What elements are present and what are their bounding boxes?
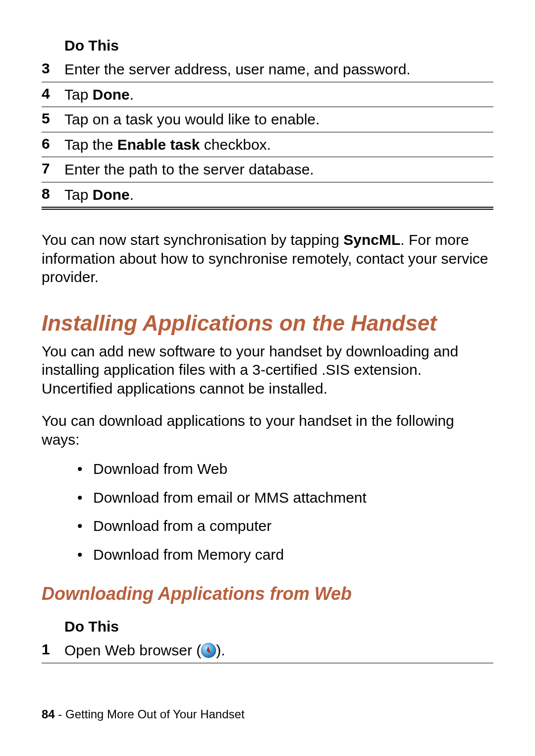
step-text: Tap the Enable task checkbox. <box>64 132 493 157</box>
step-number: 6 <box>42 132 64 157</box>
table-row: 6 Tap the Enable task checkbox. <box>42 132 493 157</box>
step-text: Enter the server address, user name, and… <box>64 57 493 82</box>
list-item: Download from Web <box>77 460 493 478</box>
section-heading-install: Installing Applications on the Handset <box>42 311 493 335</box>
list-item: Download from email or MMS attachment <box>77 488 493 507</box>
steps-table-1: Do This 3 Enter the server address, user… <box>42 37 493 207</box>
step-text: Tap Done. <box>64 82 493 107</box>
download-methods-list: Download from Web Download from email or… <box>77 460 493 564</box>
page-footer: 84 - Getting More Out of Your Handset <box>42 707 245 721</box>
step-text: Tap Done. <box>64 182 493 207</box>
steps-table-2-header-row: Do This <box>42 618 493 638</box>
step-number: 1 <box>42 638 64 663</box>
step-number: 7 <box>42 157 64 182</box>
list-item: Download from Memory card <box>77 545 493 564</box>
table-end-rule <box>42 207 493 210</box>
step-text: Tap on a task you would like to enable. <box>64 107 493 132</box>
steps-table-2-header: Do This <box>64 618 493 638</box>
step-text: Open Web browser (). <box>64 638 493 663</box>
table-row: 8 Tap Done. <box>42 182 493 207</box>
install-paragraph-1: You can add new software to your handset… <box>42 342 493 398</box>
install-paragraph-2: You can download applications to your ha… <box>42 411 493 449</box>
steps-table-1-header: Do This <box>64 37 493 57</box>
table-row: 1 Open Web browser (). <box>42 638 493 663</box>
footer-sep: - <box>55 707 65 721</box>
page-number: 84 <box>42 707 55 721</box>
footer-title: Getting More Out of Your Handset <box>65 707 245 721</box>
web-browser-icon <box>201 643 216 658</box>
sync-paragraph: You can now start synchronisation by tap… <box>42 231 493 287</box>
step-text: Enter the path to the server database. <box>64 157 493 182</box>
step-number: 5 <box>42 107 64 132</box>
step-number: 4 <box>42 82 64 107</box>
subsection-heading-web: Downloading Applications from Web <box>42 583 493 604</box>
table-row: 7 Enter the path to the server database. <box>42 157 493 182</box>
table-row: 4 Tap Done. <box>42 82 493 107</box>
table-row: 5 Tap on a task you would like to enable… <box>42 107 493 132</box>
table-row: 3 Enter the server address, user name, a… <box>42 57 493 82</box>
steps-table-2: Do This 1 Open Web browser (). <box>42 618 493 663</box>
list-item: Download from a computer <box>77 517 493 535</box>
steps-table-1-header-row: Do This <box>42 37 493 57</box>
step-number: 8 <box>42 182 64 207</box>
step-number: 3 <box>42 57 64 82</box>
